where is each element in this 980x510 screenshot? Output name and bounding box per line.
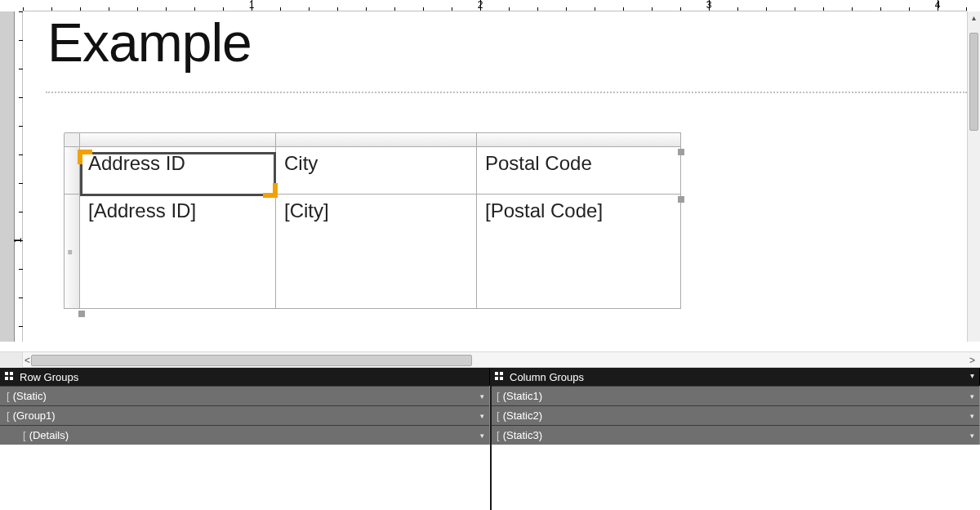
scrollbar-gutter: [0, 352, 23, 369]
detail-cell-address-id[interactable]: [Address ID]: [80, 195, 276, 309]
row-groups-icon: [5, 372, 15, 382]
dropdown-icon[interactable]: ▾: [970, 412, 974, 420]
detail-cell-postal-code[interactable]: [Postal Code]: [477, 195, 681, 309]
column-groups-label: Column Groups: [510, 371, 584, 383]
column-group-item[interactable]: [(Static3) ▾: [490, 425, 979, 445]
row-handle-header[interactable]: [64, 147, 80, 195]
design-canvas[interactable]: Example Address ID City Postal Code ≡ [A…: [23, 11, 967, 342]
column-group-item[interactable]: [(Static1) ▾: [490, 386, 979, 405]
tablix-resize-nub-icon[interactable]: [678, 149, 684, 155]
row-group-item[interactable]: [(Group1) ▾: [0, 405, 489, 425]
row-groups-header[interactable]: Row Groups: [0, 368, 490, 386]
dropdown-icon[interactable]: ▾: [970, 432, 974, 440]
column-groups-list: [(Static1) ▾ [(Static2) ▾ [(Static3) ▾: [490, 386, 980, 445]
column-groups-icon: [495, 372, 505, 382]
tablix-corner-handle[interactable]: [64, 132, 80, 147]
row-groups-label: Row Groups: [20, 371, 78, 383]
report-title-textbox[interactable]: Example: [47, 11, 252, 74]
dropdown-icon[interactable]: ▾: [480, 412, 484, 420]
horizontal-scrollbar[interactable]: < >: [0, 351, 980, 368]
header-cell-city[interactable]: City: [276, 147, 477, 195]
dropdown-icon[interactable]: ▾: [480, 392, 484, 400]
detail-row-marker-icon: ≡: [68, 247, 73, 256]
horizontal-ruler[interactable]: // build ticks inline so file stays comp…: [23, 0, 967, 11]
row-groups-list: [(Static) ▾ [(Group1) ▾ [(Details) ▾: [0, 386, 490, 445]
column-group-item[interactable]: [(Static2) ▾: [490, 405, 979, 425]
column-handle-2[interactable]: [276, 132, 477, 147]
dropdown-icon[interactable]: ▾: [480, 432, 484, 440]
horizontal-scrollbar-thumb[interactable]: [31, 355, 472, 366]
title-underline: [46, 92, 967, 93]
row-group-item[interactable]: [(Details) ▾: [0, 425, 489, 445]
grouping-pane-menu-icon[interactable]: ▾: [970, 371, 974, 380]
header-cell-address-id[interactable]: Address ID: [80, 147, 276, 195]
vertical-scrollbar-thumb[interactable]: [969, 33, 978, 131]
vertical-scrollbar[interactable]: ▴: [967, 11, 980, 342]
body-row-gutter[interactable]: [0, 11, 15, 342]
vertical-ruler[interactable]: 1: [15, 11, 23, 342]
dropdown-icon[interactable]: ▾: [970, 392, 974, 400]
column-handle-3[interactable]: [477, 132, 681, 147]
header-cell-postal-code[interactable]: Postal Code: [477, 147, 681, 195]
tablix-resize-nub-icon[interactable]: [78, 311, 85, 317]
tablix-resize-nub-icon[interactable]: [678, 196, 684, 203]
scroll-right-icon[interactable]: >: [969, 355, 975, 366]
column-groups-header[interactable]: Column Groups ▾: [490, 368, 980, 386]
row-group-item[interactable]: [(Static) ▾: [0, 386, 489, 405]
column-handle-1[interactable]: [80, 132, 276, 147]
scroll-left-icon[interactable]: <: [24, 355, 30, 366]
report-designer-surface: // build ticks inline so file stays comp…: [0, 0, 980, 351]
row-handle-detail[interactable]: ≡: [64, 195, 80, 309]
detail-cell-city[interactable]: [City]: [276, 195, 477, 309]
scroll-up-icon[interactable]: ▴: [969, 13, 978, 25]
grouping-pane-divider[interactable]: [490, 368, 492, 510]
tablix[interactable]: Address ID City Postal Code ≡ [Address I…: [64, 132, 701, 309]
